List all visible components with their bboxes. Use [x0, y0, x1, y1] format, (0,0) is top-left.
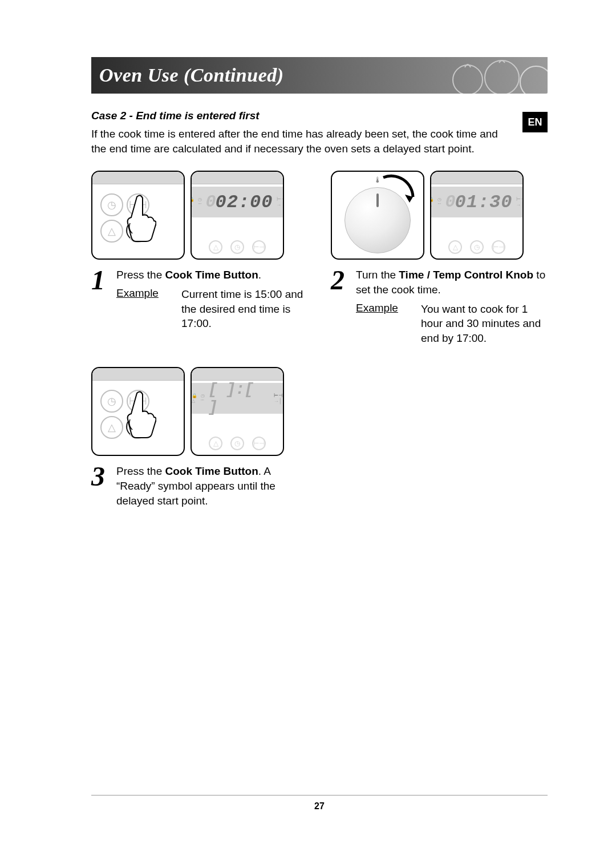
display-value: 01:30: [455, 192, 513, 213]
control-panel-illustration: ◷ ⊢⊣ △ →⎮: [91, 171, 185, 260]
finger-press-icon: [124, 195, 156, 243]
steps-grid: ◷ ⊢⊣ △ →⎮ 🔒△ ◷"" 002:00: [91, 171, 548, 508]
mini-bell-icon: △: [209, 240, 222, 254]
case-intro: If the cook time is entered after the en…: [91, 127, 513, 156]
svg-point-1: [485, 60, 519, 94]
step-text-bold: Cook Time Button: [165, 465, 258, 477]
mini-bell-icon: △: [448, 240, 462, 254]
clock-button-icon: ◷: [100, 390, 123, 413]
display-panel-illustration: 🔒△ ◷"" 002:00 ⊢⊣→⎮ △ ◷ ⊢⊣: [191, 171, 284, 260]
step-3-panels: ◷ ⊢⊣ △ →⎮ 🔒△ ◷"" [ ]:[ ]: [91, 367, 308, 456]
step-2-panels: 🌡 🔒△ ◷"" 001:30 ⊢⊣→⎮: [331, 171, 548, 260]
section-title-bar: Oven Use (Continued): [91, 57, 548, 94]
page-number: 27: [314, 801, 325, 811]
svg-point-0: [453, 65, 483, 94]
step-number: 1: [91, 268, 111, 292]
step-text-bold: Time / Temp Control Knob: [399, 269, 533, 281]
knob-panel-illustration: 🌡: [331, 171, 424, 260]
example-label: Example: [356, 302, 407, 346]
step-instruction: Press the Cook Time Button. A “Ready” sy…: [116, 464, 308, 508]
display-value: 02:00: [216, 192, 273, 213]
step-text-pre: Press the: [116, 465, 165, 477]
mini-clock-icon: ◷: [230, 240, 244, 254]
display-value: [ ]:[ ]: [208, 381, 270, 416]
mini-cooktime-icon: ⊢⊣: [252, 437, 266, 450]
bell-button-icon: △: [100, 220, 123, 243]
step-text-post: .: [258, 269, 261, 281]
finger-press-icon: [124, 391, 156, 439]
step-text-pre: Turn the: [356, 269, 399, 281]
step-3: ◷ ⊢⊣ △ →⎮ 🔒△ ◷"" [ ]:[ ]: [91, 367, 308, 508]
svg-point-2: [520, 66, 548, 94]
bell-button-icon: △: [100, 416, 123, 439]
step-1-panels: ◷ ⊢⊣ △ →⎮ 🔒△ ◷"" 002:00: [91, 171, 308, 260]
mini-cooktime-icon: ⊢⊣: [252, 240, 266, 254]
mini-clock-icon: ◷: [470, 240, 484, 254]
step-text-pre: Press the: [116, 269, 165, 281]
step-2: 🌡 🔒△ ◷"" 001:30 ⊢⊣→⎮: [331, 171, 548, 345]
case-title: Case 2 - End time is entered first: [91, 110, 548, 122]
section-title: Oven Use (Continued): [91, 64, 284, 86]
mini-cooktime-icon: ⊢⊣: [492, 240, 505, 254]
step-number: 2: [331, 268, 350, 292]
step-text-bold: Cook Time Button: [165, 269, 258, 281]
mini-clock-icon: ◷: [230, 437, 244, 450]
page-footer: 27: [91, 795, 548, 811]
display-panel-illustration: 🔒△ ◷"" [ ]:[ ] ⊢⊣→⎮ △ ◷ ⊢⊣: [191, 367, 284, 456]
language-badge: EN: [522, 112, 548, 132]
display-panel-illustration: 🔒△ ◷"" 001:30 ⊢⊣→⎮ △ ◷ ⊢⊣: [430, 171, 524, 260]
rotate-arrow-icon: [379, 174, 419, 208]
example-text: You want to cook for 1 hour and 30 minut…: [421, 302, 548, 346]
example-label: Example: [116, 287, 168, 331]
example-text: Current time is 15:00 and the desired en…: [181, 287, 308, 331]
step-1: ◷ ⊢⊣ △ →⎮ 🔒△ ◷"" 002:00: [91, 171, 308, 345]
step-instruction: Press the Cook Time Button.: [116, 268, 308, 282]
step-instruction: Turn the Time / Temp Control Knob to set…: [356, 268, 548, 297]
mini-bell-icon: △: [209, 437, 222, 450]
decorative-vegetable-icon: [399, 57, 548, 94]
step-number: 3: [91, 464, 111, 488]
clock-button-icon: ◷: [100, 193, 123, 216]
control-panel-illustration: ◷ ⊢⊣ △ →⎮: [91, 367, 185, 456]
manual-page: Oven Use (Continued) EN Case 2 - End tim…: [0, 0, 616, 848]
